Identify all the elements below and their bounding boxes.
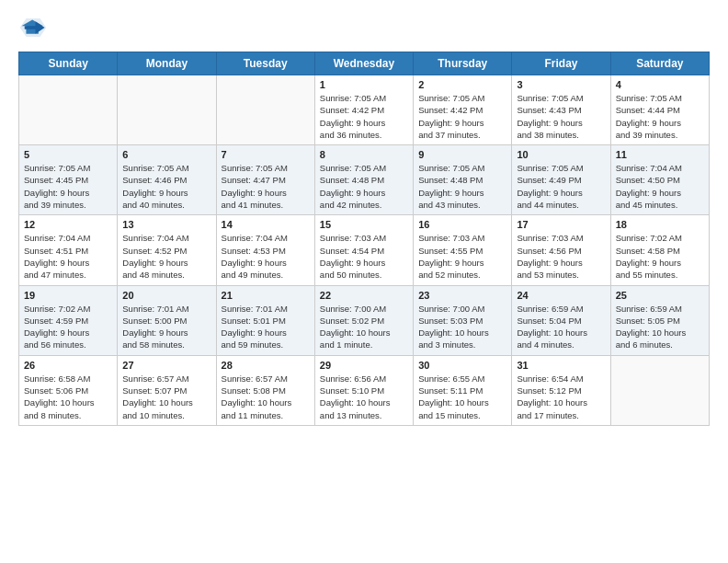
calendar-week-5: 26Sunrise: 6:58 AM Sunset: 5:06 PM Dayli… bbox=[19, 355, 710, 425]
calendar-cell: 30Sunrise: 6:55 AM Sunset: 5:11 PM Dayli… bbox=[414, 355, 512, 425]
day-number: 2 bbox=[418, 79, 506, 90]
day-number: 16 bbox=[418, 219, 506, 230]
calendar-cell: 16Sunrise: 7:03 AM Sunset: 4:55 PM Dayli… bbox=[414, 215, 512, 285]
day-number: 9 bbox=[418, 149, 506, 160]
day-info: Sunrise: 6:55 AM Sunset: 5:11 PM Dayligh… bbox=[418, 373, 506, 421]
day-info: Sunrise: 7:03 AM Sunset: 4:54 PM Dayligh… bbox=[320, 232, 408, 281]
day-info: Sunrise: 7:05 AM Sunset: 4:42 PM Dayligh… bbox=[418, 92, 506, 141]
day-info: Sunrise: 7:05 AM Sunset: 4:46 PM Dayligh… bbox=[122, 162, 210, 211]
weekday-header-tuesday: Tuesday bbox=[216, 52, 314, 75]
weekday-header-monday: Monday bbox=[118, 52, 216, 75]
calendar-cell: 14Sunrise: 7:04 AM Sunset: 4:53 PM Dayli… bbox=[216, 215, 314, 285]
day-info: Sunrise: 7:05 AM Sunset: 4:49 PM Dayligh… bbox=[517, 162, 605, 211]
day-number: 23 bbox=[418, 290, 506, 301]
calendar-cell: 31Sunrise: 6:54 AM Sunset: 5:12 PM Dayli… bbox=[512, 355, 610, 425]
calendar-cell: 11Sunrise: 7:04 AM Sunset: 4:50 PM Dayli… bbox=[610, 145, 709, 215]
calendar-cell: 10Sunrise: 7:05 AM Sunset: 4:49 PM Dayli… bbox=[512, 145, 610, 215]
day-info: Sunrise: 7:02 AM Sunset: 4:58 PM Dayligh… bbox=[616, 232, 704, 281]
day-info: Sunrise: 6:57 AM Sunset: 5:07 PM Dayligh… bbox=[122, 373, 210, 421]
day-number: 8 bbox=[320, 149, 408, 160]
calendar-cell: 19Sunrise: 7:02 AM Sunset: 4:59 PM Dayli… bbox=[19, 285, 118, 355]
day-info: Sunrise: 6:59 AM Sunset: 5:05 PM Dayligh… bbox=[616, 303, 704, 351]
calendar-cell: 26Sunrise: 6:58 AM Sunset: 5:06 PM Dayli… bbox=[19, 355, 118, 425]
calendar-cell: 3Sunrise: 7:05 AM Sunset: 4:43 PM Daylig… bbox=[512, 75, 610, 145]
day-info: Sunrise: 7:05 AM Sunset: 4:48 PM Dayligh… bbox=[320, 162, 408, 211]
calendar-cell bbox=[19, 75, 118, 145]
calendar-week-2: 5Sunrise: 7:05 AM Sunset: 4:45 PM Daylig… bbox=[19, 145, 710, 215]
day-number: 4 bbox=[616, 79, 704, 90]
day-number: 28 bbox=[222, 360, 310, 371]
day-number: 3 bbox=[517, 79, 605, 90]
day-number: 12 bbox=[24, 219, 112, 230]
calendar-cell: 24Sunrise: 6:59 AM Sunset: 5:04 PM Dayli… bbox=[512, 285, 610, 355]
calendar-cell: 12Sunrise: 7:04 AM Sunset: 4:51 PM Dayli… bbox=[19, 215, 118, 285]
calendar-cell: 9Sunrise: 7:05 AM Sunset: 4:48 PM Daylig… bbox=[414, 145, 512, 215]
day-number: 10 bbox=[517, 149, 605, 160]
calendar-cell bbox=[610, 355, 709, 425]
day-info: Sunrise: 7:04 AM Sunset: 4:53 PM Dayligh… bbox=[222, 232, 310, 281]
logo bbox=[18, 15, 51, 40]
day-number: 30 bbox=[418, 360, 506, 371]
day-info: Sunrise: 6:59 AM Sunset: 5:04 PM Dayligh… bbox=[517, 303, 605, 351]
day-number: 1 bbox=[320, 79, 408, 90]
calendar-cell: 2Sunrise: 7:05 AM Sunset: 4:42 PM Daylig… bbox=[414, 75, 512, 145]
calendar-cell bbox=[118, 75, 216, 145]
calendar-cell: 25Sunrise: 6:59 AM Sunset: 5:05 PM Dayli… bbox=[610, 285, 709, 355]
day-number: 24 bbox=[517, 290, 605, 301]
day-number: 27 bbox=[122, 360, 210, 371]
day-info: Sunrise: 7:05 AM Sunset: 4:48 PM Dayligh… bbox=[418, 162, 506, 211]
weekday-header-sunday: Sunday bbox=[19, 52, 118, 75]
day-number: 22 bbox=[320, 290, 408, 301]
logo-icon bbox=[18, 15, 48, 40]
day-info: Sunrise: 7:03 AM Sunset: 4:56 PM Dayligh… bbox=[517, 232, 605, 281]
header bbox=[18, 15, 710, 40]
calendar-cell: 27Sunrise: 6:57 AM Sunset: 5:07 PM Dayli… bbox=[118, 355, 216, 425]
day-info: Sunrise: 7:04 AM Sunset: 4:51 PM Dayligh… bbox=[24, 232, 112, 281]
calendar-cell: 18Sunrise: 7:02 AM Sunset: 4:58 PM Dayli… bbox=[610, 215, 709, 285]
day-info: Sunrise: 6:57 AM Sunset: 5:08 PM Dayligh… bbox=[222, 373, 310, 421]
calendar-cell bbox=[216, 75, 314, 145]
calendar-cell: 1Sunrise: 7:05 AM Sunset: 4:42 PM Daylig… bbox=[314, 75, 413, 145]
day-number: 26 bbox=[24, 360, 112, 371]
day-info: Sunrise: 7:05 AM Sunset: 4:43 PM Dayligh… bbox=[517, 92, 605, 141]
day-info: Sunrise: 6:56 AM Sunset: 5:10 PM Dayligh… bbox=[320, 373, 408, 421]
day-number: 20 bbox=[122, 290, 210, 301]
day-info: Sunrise: 7:05 AM Sunset: 4:47 PM Dayligh… bbox=[222, 162, 310, 211]
day-number: 18 bbox=[616, 219, 704, 230]
day-number: 7 bbox=[222, 149, 310, 160]
calendar-cell: 15Sunrise: 7:03 AM Sunset: 4:54 PM Dayli… bbox=[314, 215, 413, 285]
day-info: Sunrise: 7:01 AM Sunset: 5:01 PM Dayligh… bbox=[222, 303, 310, 351]
day-number: 15 bbox=[320, 219, 408, 230]
calendar-cell: 13Sunrise: 7:04 AM Sunset: 4:52 PM Dayli… bbox=[118, 215, 216, 285]
calendar-cell: 17Sunrise: 7:03 AM Sunset: 4:56 PM Dayli… bbox=[512, 215, 610, 285]
calendar-cell: 7Sunrise: 7:05 AM Sunset: 4:47 PM Daylig… bbox=[216, 145, 314, 215]
day-number: 6 bbox=[122, 149, 210, 160]
calendar-cell: 23Sunrise: 7:00 AM Sunset: 5:03 PM Dayli… bbox=[414, 285, 512, 355]
weekday-header-thursday: Thursday bbox=[414, 52, 512, 75]
day-number: 25 bbox=[616, 290, 704, 301]
day-number: 21 bbox=[222, 290, 310, 301]
day-number: 17 bbox=[517, 219, 605, 230]
day-info: Sunrise: 7:05 AM Sunset: 4:44 PM Dayligh… bbox=[616, 92, 704, 141]
weekday-header-wednesday: Wednesday bbox=[314, 52, 413, 75]
day-info: Sunrise: 7:04 AM Sunset: 4:50 PM Dayligh… bbox=[616, 162, 704, 211]
calendar-cell: 22Sunrise: 7:00 AM Sunset: 5:02 PM Dayli… bbox=[314, 285, 413, 355]
day-info: Sunrise: 7:03 AM Sunset: 4:55 PM Dayligh… bbox=[418, 232, 506, 281]
calendar-week-1: 1Sunrise: 7:05 AM Sunset: 4:42 PM Daylig… bbox=[19, 75, 710, 145]
day-info: Sunrise: 7:01 AM Sunset: 5:00 PM Dayligh… bbox=[122, 303, 210, 351]
day-number: 19 bbox=[24, 290, 112, 301]
page: SundayMondayTuesdayWednesdayThursdayFrid… bbox=[0, 0, 728, 563]
calendar-cell: 6Sunrise: 7:05 AM Sunset: 4:46 PM Daylig… bbox=[118, 145, 216, 215]
day-number: 29 bbox=[320, 360, 408, 371]
day-info: Sunrise: 7:05 AM Sunset: 4:42 PM Dayligh… bbox=[320, 92, 408, 141]
weekday-header-saturday: Saturday bbox=[610, 52, 709, 75]
calendar-cell: 8Sunrise: 7:05 AM Sunset: 4:48 PM Daylig… bbox=[314, 145, 413, 215]
day-number: 14 bbox=[222, 219, 310, 230]
day-info: Sunrise: 6:54 AM Sunset: 5:12 PM Dayligh… bbox=[517, 373, 605, 421]
calendar-cell: 20Sunrise: 7:01 AM Sunset: 5:00 PM Dayli… bbox=[118, 285, 216, 355]
calendar-cell: 29Sunrise: 6:56 AM Sunset: 5:10 PM Dayli… bbox=[314, 355, 413, 425]
day-number: 5 bbox=[24, 149, 112, 160]
calendar: SundayMondayTuesdayWednesdayThursdayFrid… bbox=[18, 52, 710, 426]
day-info: Sunrise: 7:00 AM Sunset: 5:02 PM Dayligh… bbox=[320, 303, 408, 351]
calendar-cell: 4Sunrise: 7:05 AM Sunset: 4:44 PM Daylig… bbox=[610, 75, 709, 145]
